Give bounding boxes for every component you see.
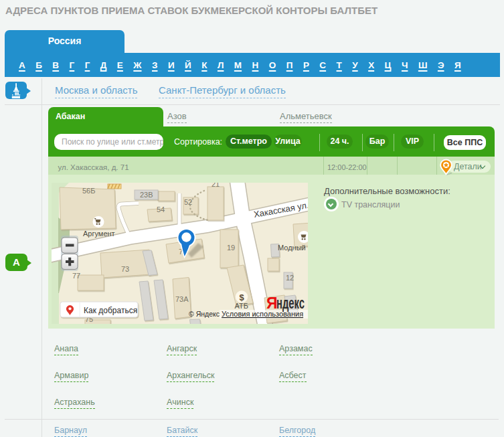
svg-text:77: 77 (72, 272, 80, 280)
svg-text:АТБ: АТБ (235, 302, 248, 310)
svg-text:ндекс: ндекс (276, 294, 305, 312)
svg-text:Аргумент: Аргумент (83, 230, 115, 238)
svg-text:12: 12 (286, 274, 294, 282)
svg-text:$: $ (239, 292, 244, 302)
svg-text:© Яндекс: © Яндекс (189, 310, 220, 318)
svg-text:54: 54 (157, 205, 165, 213)
svg-text:56Б: 56Б (82, 187, 95, 195)
svg-text:21: 21 (212, 183, 220, 188)
svg-text:52: 52 (184, 198, 192, 206)
svg-text:19: 19 (227, 244, 235, 252)
svg-text:Как добраться: Как добраться (84, 306, 137, 315)
svg-text:23В: 23В (140, 191, 153, 199)
svg-text:73: 73 (121, 265, 129, 273)
svg-text:73А: 73А (175, 295, 189, 303)
svg-text:Модный баз: Модный баз (278, 244, 308, 252)
